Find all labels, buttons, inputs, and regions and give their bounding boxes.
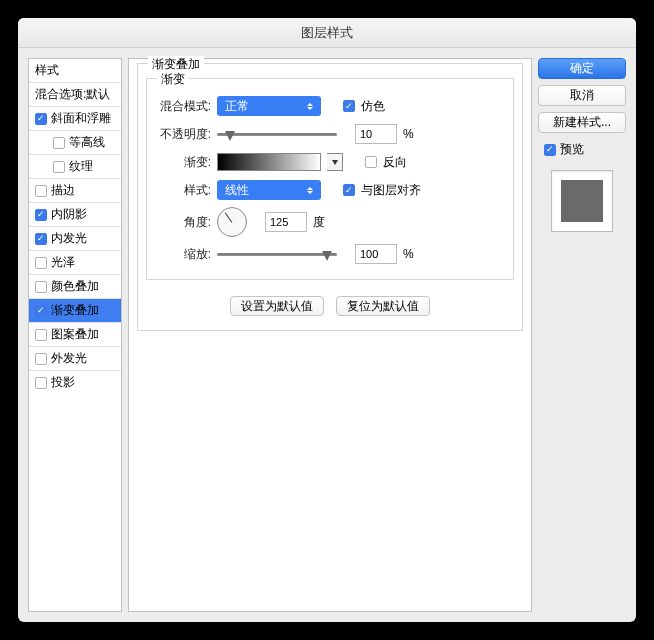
align-checkbox[interactable] — [343, 184, 355, 196]
set-default-button[interactable]: 设置为默认值 — [230, 296, 324, 316]
blend-mode-row: 混合模式: 正常 仿色 — [155, 95, 505, 117]
gradient-swatch[interactable] — [217, 153, 321, 171]
gradient-group-title: 渐变 — [157, 71, 189, 88]
effect-checkbox[interactable] — [53, 161, 65, 173]
sidebar-item[interactable]: 斜面和浮雕 — [29, 107, 121, 131]
sidebar-item-label: 渐变叠加 — [51, 302, 99, 319]
style-row: 样式: 线性 与图层对齐 — [155, 179, 505, 201]
gradient-row: 渐变: 反向 — [155, 151, 505, 173]
effect-checkbox[interactable] — [35, 185, 47, 197]
style-label: 样式: — [155, 182, 211, 199]
opacity-input[interactable] — [355, 124, 397, 144]
sidebar-item[interactable]: 内发光 — [29, 227, 121, 251]
effect-checkbox[interactable] — [35, 113, 47, 125]
sidebar-item-label: 内发光 — [51, 230, 87, 247]
sidebar-item-label: 颜色叠加 — [51, 278, 99, 295]
chevron-updown-icon — [303, 187, 317, 194]
gradient-label: 渐变: — [155, 154, 211, 171]
right-column: 确定 取消 新建样式... 预览 — [538, 58, 626, 612]
blend-options-row[interactable]: 混合选项:默认 — [29, 83, 121, 107]
style-value: 线性 — [225, 182, 249, 199]
degree-label: 度 — [313, 214, 325, 231]
opacity-slider[interactable] — [217, 126, 337, 142]
window-title: 图层样式 — [301, 24, 353, 42]
sidebar-item-label: 投影 — [51, 374, 75, 391]
effect-checkbox[interactable] — [53, 137, 65, 149]
reverse-label: 反向 — [383, 154, 407, 171]
chevron-updown-icon — [303, 103, 317, 110]
sidebar-header-label: 样式 — [35, 62, 59, 79]
gradient-group: 渐变 混合模式: 正常 仿色 不透明度: — [146, 78, 514, 280]
angle-dial[interactable] — [217, 207, 247, 237]
blend-mode-value: 正常 — [225, 98, 249, 115]
dither-checkbox[interactable] — [343, 100, 355, 112]
style-select[interactable]: 线性 — [217, 180, 321, 200]
sidebar-header[interactable]: 样式 — [29, 59, 121, 83]
sidebar-item-label: 纹理 — [69, 158, 93, 175]
new-style-button[interactable]: 新建样式... — [538, 112, 626, 133]
sidebar-item-label: 描边 — [51, 182, 75, 199]
percent-label-2: % — [403, 247, 414, 261]
angle-label: 角度: — [155, 214, 211, 231]
preview-label: 预览 — [560, 141, 584, 158]
blend-mode-select[interactable]: 正常 — [217, 96, 321, 116]
styles-sidebar: 样式 混合选项:默认 斜面和浮雕等高线纹理描边内阴影内发光光泽颜色叠加渐变叠加图… — [28, 58, 122, 612]
ok-button[interactable]: 确定 — [538, 58, 626, 79]
preview-checkbox[interactable] — [544, 144, 556, 156]
effect-checkbox[interactable] — [35, 377, 47, 389]
opacity-label: 不透明度: — [155, 126, 211, 143]
main-panel: 渐变叠加 渐变 混合模式: 正常 仿色 — [128, 58, 532, 612]
effect-checkbox[interactable] — [35, 233, 47, 245]
content: 样式 混合选项:默认 斜面和浮雕等高线纹理描边内阴影内发光光泽颜色叠加渐变叠加图… — [18, 48, 636, 622]
reset-default-button[interactable]: 复位为默认值 — [336, 296, 430, 316]
opacity-row: 不透明度: % — [155, 123, 505, 145]
align-label: 与图层对齐 — [361, 182, 421, 199]
sidebar-item[interactable]: 内阴影 — [29, 203, 121, 227]
gradient-overlay-fieldset: 渐变叠加 渐变 混合模式: 正常 仿色 — [137, 63, 523, 331]
preview-row: 预览 — [538, 139, 626, 160]
scale-slider[interactable] — [217, 246, 337, 262]
blend-options-label: 混合选项:默认 — [35, 86, 110, 103]
dither-label: 仿色 — [361, 98, 385, 115]
effect-checkbox[interactable] — [35, 209, 47, 221]
reverse-checkbox[interactable] — [365, 156, 377, 168]
effect-checkbox[interactable] — [35, 329, 47, 341]
effect-checkbox[interactable] — [35, 305, 47, 317]
sidebar-item-label: 内阴影 — [51, 206, 87, 223]
scale-input[interactable] — [355, 244, 397, 264]
sidebar-item[interactable]: 描边 — [29, 179, 121, 203]
angle-input[interactable] — [265, 212, 307, 232]
preview-box — [551, 170, 613, 232]
sidebar-item-label: 等高线 — [69, 134, 105, 151]
scale-label: 缩放: — [155, 246, 211, 263]
sidebar-item-label: 图案叠加 — [51, 326, 99, 343]
effect-checkbox[interactable] — [35, 281, 47, 293]
cancel-button[interactable]: 取消 — [538, 85, 626, 106]
sidebar-item-label: 斜面和浮雕 — [51, 110, 111, 127]
titlebar: 图层样式 — [18, 18, 636, 48]
sidebar-item[interactable]: 光泽 — [29, 251, 121, 275]
sidebar-item[interactable]: 外发光 — [29, 347, 121, 371]
sidebar-item[interactable]: 渐变叠加 — [29, 299, 121, 323]
sidebar-item-label: 外发光 — [51, 350, 87, 367]
angle-row: 角度: 度 — [155, 207, 505, 237]
sidebar-item[interactable]: 纹理 — [29, 155, 121, 179]
sidebar-item[interactable]: 图案叠加 — [29, 323, 121, 347]
effect-checkbox[interactable] — [35, 353, 47, 365]
gradient-dropdown[interactable] — [327, 153, 343, 171]
sidebar-item-label: 光泽 — [51, 254, 75, 271]
preview-swatch — [561, 180, 603, 222]
sidebar-item[interactable]: 投影 — [29, 371, 121, 394]
sidebar-item[interactable]: 等高线 — [29, 131, 121, 155]
percent-label: % — [403, 127, 414, 141]
scale-row: 缩放: % — [155, 243, 505, 265]
blend-mode-label: 混合模式: — [155, 98, 211, 115]
dialog-window: 图层样式 样式 混合选项:默认 斜面和浮雕等高线纹理描边内阴影内发光光泽颜色叠加… — [18, 18, 636, 622]
default-buttons-row: 设置为默认值 复位为默认值 — [146, 296, 514, 316]
sidebar-item[interactable]: 颜色叠加 — [29, 275, 121, 299]
effect-checkbox[interactable] — [35, 257, 47, 269]
